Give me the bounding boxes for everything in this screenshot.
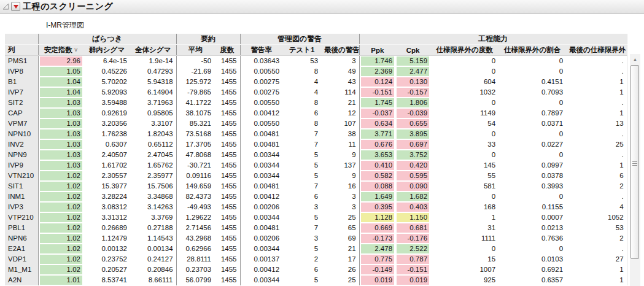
table-cell[interactable]: 1.02 [38,265,83,275]
table-cell[interactable]: 38 [321,129,359,139]
table-cell[interactable]: 5.70202 [83,77,130,87]
table-cell[interactable]: 5 [282,171,321,181]
row-name-cell[interactable]: NPN10 [5,129,38,139]
table-cell[interactable]: 1.61702 [83,160,130,171]
table-cell[interactable]: 1455 [214,181,240,191]
table-cell[interactable]: 15.7506 [130,181,176,191]
table-cell[interactable]: 0.0378 [499,171,566,181]
table-cell[interactable]: -79.865 [176,87,214,98]
table-cell[interactable]: 3 [321,202,359,212]
table-cell[interactable]: 1.649 [359,191,395,202]
vertical-scrollbar[interactable]: ▲ [630,54,640,286]
column-header-test1[interactable]: テスト1 [282,45,321,56]
table-cell[interactable]: 5 [282,160,321,171]
table-cell[interactable]: 1 [430,212,499,223]
table-cell[interactable]: 1.746 [359,56,395,67]
column-header-name[interactable]: 列 [5,45,38,56]
table-cell[interactable]: 1.745 [359,98,395,108]
table-row[interactable]: VPM71.033.203563.310785.32114550.0055081… [5,118,627,129]
table-cell[interactable]: 1 [566,265,627,275]
column-header-last-oos[interactable]: 最後の仕様限界外 [566,45,627,56]
table-row[interactable]: IVP71.045.920936.14904-79.86514550.00275… [5,87,627,98]
table-row[interactable]: B11.045.702025.94318125.97214550.0027544… [5,77,627,87]
table-cell[interactable]: 0.787 [395,254,430,265]
table-cell[interactable]: 0 [499,66,566,77]
table-cell[interactable]: 0.00134 [130,244,176,254]
table-cell[interactable]: 1455 [214,233,240,244]
table-cell[interactable]: . [566,129,627,139]
table-cell[interactable]: 1455 [214,118,240,129]
table-cell[interactable]: 0.130 [395,77,430,87]
table-cell[interactable]: 0.088 [359,181,395,191]
table-cell[interactable]: 0.45226 [83,66,130,77]
table-cell[interactable]: . [566,191,627,202]
table-cell[interactable]: 0.20527 [83,265,130,275]
table-cell[interactable]: 0.00206 [240,233,282,244]
table-cell[interactable]: 1.02 [38,244,83,254]
table-cell[interactable]: 0.00344 [240,150,282,160]
row-name-cell[interactable]: SIT2 [5,98,38,108]
table-cell[interactable]: 9 [321,171,359,181]
table-cell[interactable]: 8.66111 [130,275,176,285]
table-cell[interactable]: 1.02 [38,233,83,244]
row-name-cell[interactable]: B1 [5,77,38,87]
table-cell[interactable]: 0.00481 [240,139,282,150]
table-cell[interactable]: 0.124 [359,77,395,87]
table-cell[interactable]: 0.0103 [499,254,566,265]
table-cell[interactable]: 2.478 [359,244,395,254]
table-cell[interactable]: 0 [430,150,499,160]
table-cell[interactable]: 3.59488 [83,98,130,108]
table-cell[interactable]: 21 [321,244,359,254]
column-header-mean[interactable]: 平均 [176,45,214,56]
table-cell[interactable]: 1455 [214,254,240,265]
table-cell[interactable]: 1.03 [38,98,83,108]
table-cell[interactable]: 0.775 [359,254,395,265]
table-cell[interactable]: 1455 [214,265,240,275]
table-cell[interactable]: 12 [321,108,359,118]
table-cell[interactable]: 1.03 [38,118,83,129]
table-cell[interactable]: 1.04 [38,87,83,98]
table-cell[interactable]: 3 [321,191,359,202]
row-name-cell[interactable]: NPN9 [5,150,38,160]
table-cell[interactable]: 5 [282,150,321,160]
table-cell[interactable]: 1 [566,87,627,98]
table-row[interactable]: IVP81.050.452260.47293-21.6914550.005508… [5,66,627,77]
table-cell[interactable]: -0.157 [395,87,430,98]
table-cell[interactable]: 0 [430,56,499,67]
table-cell[interactable]: 1052 [566,212,627,223]
table-cell[interactable]: 3.771 [359,129,395,139]
table-cell[interactable]: 1455 [214,160,240,171]
table-cell[interactable]: 2.30557 [83,171,130,181]
table-cell[interactable]: 1.682 [395,191,430,202]
row-name-cell[interactable]: NPN6 [5,233,38,244]
table-cell[interactable]: 8 [282,98,321,108]
table-cell[interactable]: 168 [430,202,499,212]
table-cell[interactable]: 5.94318 [130,77,176,87]
table-cell[interactable]: 1455 [214,108,240,118]
row-name-cell[interactable]: VDP1 [5,254,38,265]
table-cell[interactable]: 1.02 [38,212,83,223]
table-cell[interactable]: 3 [282,233,321,244]
table-cell[interactable]: 0.395 [359,202,395,212]
table-cell[interactable]: 0.00550 [240,98,282,108]
table-cell[interactable]: 2.47045 [130,150,176,160]
table-cell[interactable]: 15 [430,254,499,265]
table-cell[interactable]: 0 [430,244,499,254]
table-cell[interactable]: 28.8111 [176,254,214,265]
table-cell[interactable]: 1.82043 [130,129,176,139]
table-cell[interactable]: 53 [566,223,627,233]
table-cell[interactable]: 4 [566,202,627,212]
table-cell[interactable]: 33 [430,139,499,150]
table-cell[interactable]: -0.037 [359,108,395,118]
table-cell[interactable]: 1455 [214,244,240,254]
table-cell[interactable]: -21.69 [176,66,214,77]
table-cell[interactable]: 0.00481 [240,181,282,191]
table-cell[interactable]: 1455 [214,202,240,212]
table-cell[interactable]: 1.03 [38,139,83,150]
table-row[interactable]: INV21.030.63070.6511217.370514550.004817… [5,139,627,150]
table-cell[interactable]: 0.7897 [499,108,566,118]
table-cell[interactable]: 7 [282,223,321,233]
table-cell[interactable]: 3 [282,202,321,212]
table-cell[interactable]: 6 [282,108,321,118]
table-cell[interactable]: 8 [282,118,321,129]
